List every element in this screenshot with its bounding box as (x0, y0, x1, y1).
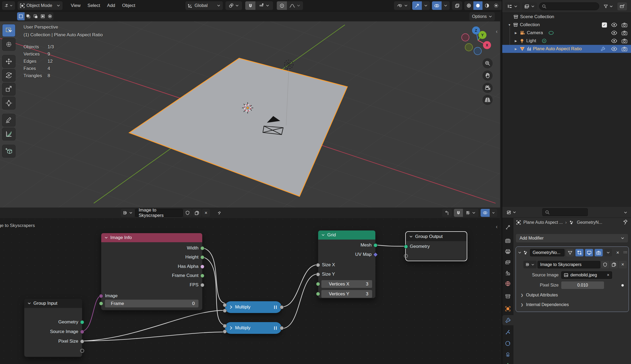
node-group-output[interactable]: Group Output Geometry (406, 232, 467, 261)
animate-decorator-dot[interactable] (621, 284, 624, 287)
internal-dependencies-section[interactable]: ❯ Internal Dependencies (521, 302, 569, 307)
add-modifier-dropdown[interactable]: Add Modifier (516, 234, 628, 243)
menu-add[interactable]: Add (104, 1, 119, 10)
hide-viewport-eye-icon[interactable] (611, 39, 617, 43)
expand-chevron-icon[interactable] (230, 305, 232, 309)
disable-render-camera-icon[interactable] (622, 23, 627, 27)
output-attributes-section[interactable]: ❯ Output Attributes (521, 293, 558, 298)
node-image-info[interactable]: Image Info Width Height Has Alpha Frame … (101, 233, 202, 310)
pan-button[interactable] (482, 71, 493, 81)
cage-display-toggle[interactable] (575, 249, 583, 256)
modifier-name-field[interactable]: GeometryNo... (530, 249, 564, 256)
disable-render-camera-icon[interactable] (622, 31, 627, 35)
collapse-chevron-icon[interactable] (409, 236, 413, 238)
outliner-filter-id-dropdown[interactable] (522, 2, 537, 10)
node-group-fake-user-button[interactable] (601, 261, 609, 268)
shading-wireframe-button[interactable] (464, 1, 473, 10)
node-image-info-header[interactable]: Image Info (101, 233, 202, 242)
tab-particles[interactable] (502, 327, 513, 337)
object-visibility-dropdown[interactable] (394, 1, 411, 10)
node-group-name-field[interactable]: Image to Skyscrapers (537, 261, 600, 268)
socket-frame-input[interactable] (99, 302, 103, 306)
socket-multiply1-output[interactable] (280, 305, 284, 309)
node-multiply-1[interactable]: Multiply (225, 301, 282, 313)
render-display-toggle[interactable] (595, 249, 603, 256)
gizmo-x-axis[interactable]: X (483, 41, 491, 49)
node-multiply-2[interactable]: Multiply (225, 322, 282, 334)
node-group-input-header[interactable]: Group Input (24, 299, 82, 308)
socket-multiply2-output[interactable] (280, 326, 284, 330)
tab-render[interactable] (502, 236, 513, 246)
tab-world[interactable] (502, 279, 513, 289)
node-group-browse-dropdown[interactable] (523, 261, 537, 268)
tab-collection[interactable] (502, 291, 513, 301)
clear-image-button[interactable]: × (607, 273, 609, 277)
select-mode-extend-button[interactable] (25, 12, 32, 20)
outliner-row-plane-auto-aspect-ratio[interactable]: ▶ Plane Auto Aspect Ratio (502, 45, 631, 53)
edit-mode-display-toggle[interactable] (566, 249, 574, 256)
gizmo-x-negative[interactable] (461, 33, 469, 41)
tab-tool[interactable] (502, 222, 513, 233)
geometry-node-editor[interactable]: Image to Skyscrapers × (0, 208, 500, 364)
gizmo-z-negative[interactable] (474, 47, 482, 55)
snap-target-dropdown[interactable] (255, 1, 273, 10)
vertices-x-field[interactable]: Vertices X 3 (321, 280, 372, 288)
proportional-falloff-dropdown[interactable] (287, 1, 303, 10)
properties-pin-icon[interactable] (623, 219, 628, 225)
menu-object[interactable]: Object (119, 1, 139, 10)
disclosure-triangle[interactable]: ▼ (508, 23, 511, 26)
delete-modifier-button[interactable]: × (614, 249, 622, 256)
node-grid[interactable]: Grid Mesh UV Map Size X Size Y Vertices … (318, 230, 376, 298)
node-group-unlink-button[interactable]: × (619, 261, 627, 268)
node-group-output-header[interactable]: Group Output (406, 232, 466, 241)
outliner-row-scene-collection[interactable]: Scene Collection (502, 13, 631, 21)
socket-image-input[interactable] (99, 294, 103, 298)
snap-toggle[interactable] (245, 1, 255, 10)
pivot-point-dropdown[interactable] (225, 1, 242, 10)
editor-type-button[interactable] (2, 1, 15, 10)
collapse-chevron-icon[interactable] (104, 237, 108, 239)
node-group-input[interactable]: Group Input Geometry Source Image Pixel … (24, 299, 82, 357)
expand-chevron-icon[interactable] (230, 326, 232, 330)
mode-dropdown[interactable]: Object Mode (18, 1, 63, 10)
outliner-row-camera[interactable]: ▶ Camera (502, 29, 631, 37)
overlays-dropdown[interactable] (442, 1, 450, 10)
socket-fps-output[interactable] (200, 283, 204, 287)
breadcrumb-node-tree[interactable]: GeometryN... (577, 220, 602, 225)
tab-physics[interactable] (502, 338, 513, 349)
hide-viewport-eye-icon[interactable] (611, 31, 617, 35)
frame-value-field[interactable]: Frame 0 (105, 300, 198, 307)
tool-add-cube[interactable] (2, 145, 15, 158)
menu-view[interactable]: View (67, 1, 84, 10)
tab-constraints[interactable] (502, 350, 513, 360)
node-grid-header[interactable]: Grid (318, 230, 375, 240)
gizmo-y-negative[interactable] (465, 43, 473, 51)
tool-cursor[interactable] (2, 38, 15, 51)
properties-editor-type-button[interactable] (504, 208, 518, 216)
socket-size-y-input[interactable] (316, 272, 320, 276)
plane-object[interactable] (129, 58, 347, 196)
tab-view-layer[interactable] (502, 257, 513, 267)
outliner-row-light[interactable]: ▶ Light (502, 37, 631, 45)
outliner-filter-dropdown[interactable] (601, 2, 615, 10)
shading-rendered-button[interactable] (492, 1, 501, 10)
vertices-y-field[interactable]: Vertices Y 3 (321, 290, 372, 298)
hide-viewport-eye-icon[interactable] (611, 23, 617, 27)
disclosure-triangle[interactable]: ▶ (514, 47, 518, 51)
tool-transform[interactable] (2, 97, 15, 109)
disclosure-triangle[interactable]: ▶ (514, 39, 518, 43)
outliner-row-collection[interactable]: ▼ Collection ✓ (502, 21, 631, 29)
tab-object-data[interactable] (502, 360, 513, 364)
tab-scene[interactable] (502, 268, 513, 278)
socket-has-alpha-output[interactable] (200, 265, 204, 269)
socket-width-output[interactable] (200, 246, 204, 250)
socket-pixel-size-output[interactable] (80, 339, 84, 343)
socket-frame-count-output[interactable] (200, 274, 204, 278)
socket-geometry-input[interactable] (404, 245, 408, 249)
transform-orientation-dropdown[interactable]: Global (185, 1, 223, 10)
socket-vertices-x-input[interactable] (316, 282, 320, 286)
tool-rotate[interactable] (2, 69, 15, 82)
tool-move[interactable] (2, 55, 15, 68)
perspective-toggle-button[interactable] (482, 95, 493, 105)
pixel-size-field[interactable]: 0.010 (561, 281, 604, 289)
